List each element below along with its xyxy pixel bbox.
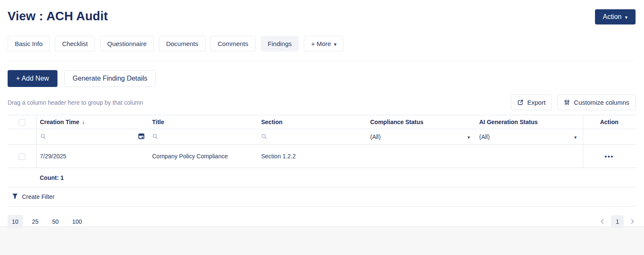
tab-label: Comments <box>218 40 248 47</box>
tab-more-dropdown[interactable]: + More ▾ <box>304 36 344 52</box>
tab-findings[interactable]: Findings <box>261 36 299 52</box>
section-filter-input[interactable] <box>261 133 367 141</box>
cell-ai-generation-status <box>476 145 583 168</box>
page-size-10[interactable]: 10 <box>8 215 23 228</box>
compliance-status-filter-select[interactable]: (All) ▾ <box>370 133 476 140</box>
next-page-icon[interactable] <box>629 218 636 225</box>
grid-summary-row: Count: 1 <box>8 168 636 187</box>
page-size-50[interactable]: 50 <box>48 215 63 228</box>
grid-toolbar-right: Export Customize columns <box>511 95 636 110</box>
cell-creation-time: 7/29/2025 <box>36 145 149 168</box>
page-size-25[interactable]: 25 <box>28 215 43 228</box>
column-label: Title <box>152 119 164 125</box>
title-filter-input[interactable] <box>152 133 258 141</box>
column-header-action: Action <box>583 115 636 129</box>
previous-page-icon[interactable] <box>599 218 606 225</box>
filter-compliance-status-cell: (All) ▾ <box>367 129 476 145</box>
tab-label: Findings <box>268 40 292 47</box>
selected-filter-value: (All) <box>479 133 490 140</box>
row-checkbox-cell <box>8 145 36 168</box>
action-dropdown-button[interactable]: Action ▾ <box>595 9 636 24</box>
search-icon <box>40 133 46 141</box>
filter-funnel-icon <box>12 193 18 201</box>
column-label: Creation Time <box>40 119 79 125</box>
caret-down-icon: ▾ <box>334 42 336 47</box>
column-label: AI Generation Status <box>479 119 538 125</box>
calendar-icon[interactable] <box>138 133 145 141</box>
tab-questionnaire[interactable]: Questionnaire <box>100 36 154 52</box>
page-size-100[interactable]: 100 <box>68 215 86 228</box>
tab-comments[interactable]: Comments <box>210 36 256 52</box>
filter-action-cell <box>583 129 636 145</box>
cell-compliance-status <box>367 145 476 168</box>
table-row[interactable]: 7/29/2025 Company Policy Compliance Sect… <box>8 145 636 168</box>
tab-basic-info[interactable]: Basic Info <box>8 36 50 52</box>
cell-section: Section 1.2.2 <box>258 145 367 168</box>
grid-filter-row: (All) ▾ (All) ▾ <box>8 129 636 145</box>
header-checkbox-cell <box>8 115 36 129</box>
caret-down-icon: ▾ <box>625 15 628 20</box>
column-label: Compliance Status <box>370 119 423 125</box>
customize-columns-label: Customize columns <box>574 99 629 106</box>
action-button-label: Action <box>603 13 622 21</box>
summary-empty-cell <box>476 168 583 187</box>
tab-bar: Basic Info Checklist Questionnaire Docum… <box>8 36 636 61</box>
tab-checklist[interactable]: Checklist <box>55 36 95 52</box>
selected-filter-value: (All) <box>370 133 381 140</box>
tab-label: Checklist <box>62 40 88 47</box>
findings-grid: Creation Time↓ Title Section Compliance … <box>8 115 636 187</box>
export-button[interactable]: Export <box>511 95 552 110</box>
generate-finding-details-button[interactable]: Generate Finding Details <box>64 70 156 87</box>
column-header-title[interactable]: Title <box>149 115 258 129</box>
customize-columns-button[interactable]: Customize columns <box>557 95 636 110</box>
page-title: View : ACH Audit <box>8 9 108 23</box>
tab-label: Questionnaire <box>107 40 147 47</box>
summary-spacer-cell <box>8 168 36 187</box>
summary-empty-cell <box>149 168 258 187</box>
column-header-compliance-status[interactable]: Compliance Status <box>367 115 476 129</box>
ai-generation-status-filter-select[interactable]: (All) ▾ <box>479 133 583 140</box>
column-header-ai-generation-status[interactable]: AI Generation Status <box>476 115 583 129</box>
column-header-section[interactable]: Section <box>258 115 367 129</box>
tab-label: + More <box>311 40 331 47</box>
page-navigation: 1 <box>599 215 636 228</box>
filter-checkbox-cell <box>8 129 36 145</box>
page-header: View : ACH Audit Action ▾ <box>8 0 636 24</box>
search-icon <box>152 133 158 141</box>
filter-title-cell <box>149 129 258 145</box>
grid-toolbar: Drag a column header here to group by th… <box>8 95 636 110</box>
column-header-creation-time[interactable]: Creation Time↓ <box>36 115 149 129</box>
row-checkbox[interactable] <box>19 153 25 160</box>
create-filter-link[interactable]: Create Filter <box>22 193 55 200</box>
select-all-checkbox[interactable] <box>19 119 25 126</box>
tab-label: Documents <box>166 40 198 47</box>
group-by-hint: Drag a column header here to group by th… <box>8 99 143 106</box>
grid-header-row: Creation Time↓ Title Section Compliance … <box>8 115 636 129</box>
column-label: Action <box>600 119 619 125</box>
tab-label: Basic Info <box>15 40 43 47</box>
add-new-button[interactable]: + Add New <box>8 70 57 87</box>
caret-down-icon: ▾ <box>467 135 470 140</box>
cell-action: ••• <box>583 145 636 168</box>
search-icon <box>261 133 267 141</box>
sliders-icon <box>564 99 570 106</box>
actions-row: + Add New Generate Finding Details <box>8 70 636 87</box>
filter-creation-time-cell <box>36 129 149 145</box>
summary-count: Count: 1 <box>36 168 149 187</box>
caret-down-icon: ▾ <box>574 135 577 140</box>
create-filter-row: Create Filter <box>8 187 636 206</box>
tab-documents[interactable]: Documents <box>159 36 205 52</box>
creation-time-filter-input[interactable] <box>40 133 149 141</box>
row-menu-button[interactable]: ••• <box>605 153 614 160</box>
summary-empty-cell <box>258 168 367 187</box>
export-label: Export <box>527 99 546 106</box>
sort-descending-icon: ↓ <box>82 119 85 125</box>
summary-empty-cell <box>367 168 476 187</box>
export-icon <box>517 99 524 106</box>
findings-page: View : ACH Audit Action ▾ Basic Info Che… <box>0 0 644 227</box>
filter-section-cell <box>258 129 367 145</box>
summary-empty-cell <box>583 168 636 187</box>
filter-ai-generation-status-cell: (All) ▾ <box>476 129 583 145</box>
current-page-button[interactable]: 1 <box>611 215 624 228</box>
cell-title: Company Policy Compliance <box>149 145 258 168</box>
